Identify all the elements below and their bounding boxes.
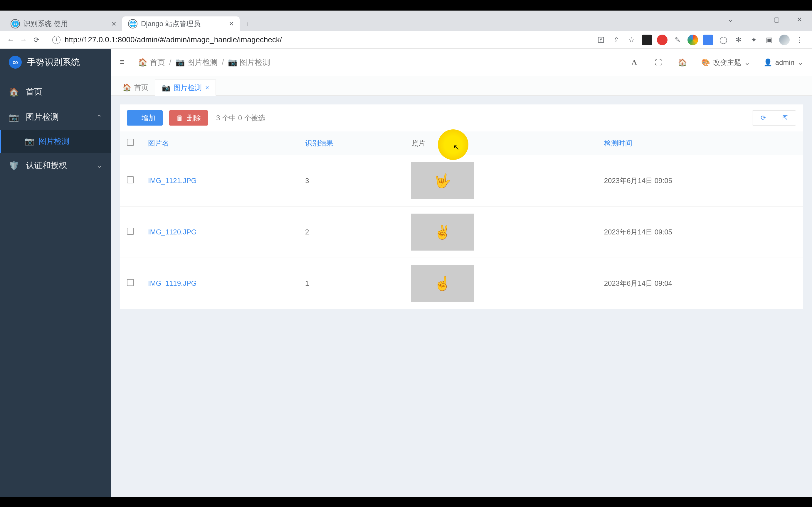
minimize-icon[interactable]: —	[746, 14, 761, 25]
column-header-photo: 照片	[404, 131, 597, 155]
url-input[interactable]: i http://127.0.0.1:8000/admin/#/admin/im…	[47, 35, 592, 44]
tab-dropdown-icon[interactable]: ⌄	[724, 14, 737, 25]
column-header-result[interactable]: 识别结果	[298, 131, 404, 155]
browser-tabstrip: 🌐 识别系统 使用 × 🌐 Django 站点管理员 × + ⌄ — ▢ ✕	[0, 11, 812, 31]
chevron-down-icon: ⌄	[744, 58, 750, 67]
sidebar-subitem-image-detect[interactable]: 📷 图片检测	[0, 130, 111, 153]
row-thumbnail[interactable]: ☝️	[411, 265, 474, 302]
sidebar-item-label: 首页	[26, 86, 42, 97]
add-button-label: 增加	[142, 113, 156, 123]
site-info-icon[interactable]: i	[52, 36, 60, 44]
reload-button[interactable]: ⟳	[30, 34, 43, 46]
sidebar-item-label: 图片检测	[26, 111, 59, 123]
logo-icon	[9, 56, 22, 69]
maximize-icon[interactable]: ▢	[769, 14, 784, 25]
extensions-menu-icon[interactable]: ✦	[749, 35, 759, 45]
browser-tab-title: Django 站点管理员	[141, 19, 201, 29]
side-panel-icon[interactable]: ▣	[764, 35, 774, 45]
row-thumbnail[interactable]: ✌️	[411, 214, 474, 250]
close-window-icon[interactable]: ✕	[793, 14, 806, 25]
trash-icon: 🗑	[176, 114, 183, 122]
close-icon[interactable]: ×	[112, 19, 116, 29]
extension-icon[interactable]	[688, 35, 698, 45]
app-name: 手势识别系统	[27, 56, 80, 68]
row-checkbox[interactable]	[127, 228, 134, 235]
page-tab-home[interactable]: 🏠 首页	[116, 79, 155, 95]
new-tab-button[interactable]: +	[243, 19, 253, 30]
camera-icon: 📷	[25, 137, 35, 146]
bookmark-icon[interactable]: ☆	[626, 35, 637, 45]
home-icon: 🏠	[9, 87, 20, 97]
page-tab-label: 首页	[134, 83, 148, 92]
home-icon: 🏠	[122, 83, 131, 92]
row-checkbox[interactable]	[127, 176, 134, 183]
breadcrumb-label: 图片检测	[187, 57, 218, 67]
sidebar-item-image-detect[interactable]: 📷 图片检测	[0, 105, 111, 130]
extension-icon[interactable]: ✎	[672, 35, 683, 45]
row-result: 2	[298, 207, 404, 258]
sidebar-item-auth[interactable]: 🛡️ 认证和授权	[0, 153, 111, 178]
sidebar-item-home[interactable]: 🏠 首页	[0, 79, 111, 105]
app-logo[interactable]: 手势识别系统	[0, 49, 111, 76]
breadcrumb: 🏠 首页 / 📷 图片检测 / 📷 图片检测	[138, 57, 270, 67]
table-row: IMG_1119.JPG1☝️2023年6月14日 09:04	[120, 258, 803, 309]
chrome-menu-icon[interactable]: ⋮	[794, 35, 805, 45]
forward-button[interactable]: →	[17, 34, 30, 46]
card-toolbar: + 增加 🗑 删除 3 个中 0 个被选 ⟳ ⇱	[120, 105, 803, 131]
fullscreen-icon[interactable]: ⛶	[653, 57, 664, 68]
row-name-link[interactable]: IMG_1121.JPG	[148, 177, 197, 184]
palette-icon: 🎨	[701, 58, 710, 67]
breadcrumb-label: 首页	[150, 57, 165, 67]
camera-icon: 📷	[162, 83, 171, 92]
url-bar: ← → ⟳ i http://127.0.0.1:8000/admin/#/ad…	[0, 31, 812, 49]
row-result: 3	[298, 155, 404, 207]
selection-info: 3 个中 0 个被选	[216, 113, 265, 123]
page-tabs: 🏠 首页 📷 图片检测 ×	[111, 76, 812, 96]
user-menu[interactable]: 👤 admin ⌄	[764, 58, 803, 67]
column-header-name[interactable]: 图片名	[141, 131, 298, 155]
extension-icon[interactable]	[657, 35, 667, 45]
share-icon[interactable]: ⇪	[611, 35, 622, 45]
password-icon[interactable]: ⚿	[596, 35, 606, 45]
row-time: 2023年6月14日 09:05	[597, 155, 803, 207]
select-all-checkbox[interactable]	[127, 139, 134, 146]
row-name-link[interactable]: IMG_1119.JPG	[148, 279, 197, 287]
breadcrumb-item-current: 📷 图片检测	[228, 57, 270, 67]
translate-icon[interactable]	[703, 35, 713, 45]
export-button[interactable]: ⇱	[774, 111, 796, 125]
column-header-time[interactable]: 检测时间	[597, 131, 803, 155]
row-name-link[interactable]: IMG_1120.JPG	[148, 228, 197, 236]
camera-icon: 📷	[9, 112, 20, 122]
extension-icon[interactable]: ◯	[718, 35, 728, 45]
page-tab-image-detect[interactable]: 📷 图片检测 ×	[155, 79, 216, 96]
sidebar: 手势识别系统 🏠 首页 📷 图片检测 📷 图片检测	[0, 49, 111, 507]
row-result: 1	[298, 258, 404, 309]
browser-tab-0[interactable]: 🌐 识别系统 使用 ×	[5, 16, 122, 31]
row-checkbox[interactable]	[127, 279, 134, 286]
chevron-down-icon: ⌄	[797, 58, 803, 67]
browser-tab-1[interactable]: 🌐 Django 站点管理员 ×	[122, 16, 240, 31]
delete-button[interactable]: 🗑 删除	[169, 110, 208, 125]
theme-label: 改变主题	[713, 58, 741, 67]
row-time: 2023年6月14日 09:04	[597, 258, 803, 309]
plus-icon: +	[134, 114, 138, 122]
home-icon[interactable]: 🏠	[677, 57, 688, 68]
table-row: IMG_1121.JPG3🤟2023年6月14日 09:05	[120, 155, 803, 207]
close-icon[interactable]: ×	[205, 84, 209, 92]
close-icon[interactable]: ×	[229, 19, 234, 29]
extension-icon[interactable]: ✻	[733, 35, 744, 45]
extension-icon[interactable]	[642, 35, 652, 45]
breadcrumb-item-image-detect[interactable]: 📷 图片检测	[175, 57, 218, 67]
profile-avatar[interactable]	[779, 35, 790, 45]
refresh-button[interactable]: ⟳	[752, 111, 774, 125]
theme-button[interactable]: 🎨 改变主题 ⌄	[701, 58, 750, 67]
user-label: admin	[775, 58, 794, 67]
data-table: 图片名 识别结果 照片 检测时间 IMG_1121.JPG3🤟2023年6月14…	[120, 131, 803, 309]
row-thumbnail[interactable]: 🤟	[411, 162, 474, 199]
back-button[interactable]: ←	[4, 34, 17, 46]
breadcrumb-item-home[interactable]: 🏠 首页	[138, 57, 165, 67]
add-button[interactable]: + 增加	[127, 110, 163, 125]
home-icon: 🏠	[138, 58, 147, 67]
menu-toggle-icon[interactable]: ≡	[120, 57, 131, 68]
font-size-icon[interactable]: A	[629, 57, 640, 68]
